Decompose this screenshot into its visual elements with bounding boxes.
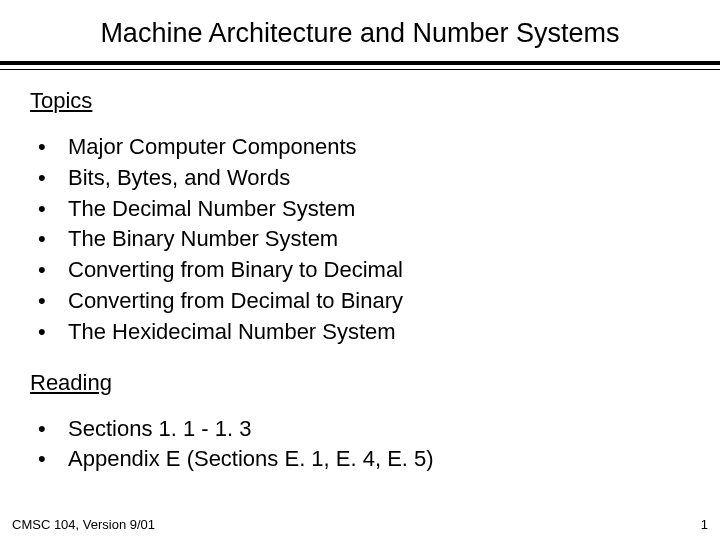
list-item: •The Binary Number System xyxy=(38,224,690,255)
bullet-icon: • xyxy=(38,132,68,163)
topic-text: Bits, Bytes, and Words xyxy=(68,163,290,194)
reading-text: Appendix E (Sections E. 1, E. 4, E. 5) xyxy=(68,444,434,475)
course-label: CMSC 104, Version 9/01 xyxy=(12,517,155,532)
topic-text: Converting from Decimal to Binary xyxy=(68,286,403,317)
page-number: 1 xyxy=(701,517,708,532)
reading-heading: Reading xyxy=(30,370,690,396)
topics-list: •Major Computer Components •Bits, Bytes,… xyxy=(30,132,690,348)
bullet-icon: • xyxy=(38,286,68,317)
list-item: •Major Computer Components xyxy=(38,132,690,163)
bullet-icon: • xyxy=(38,163,68,194)
bullet-icon: • xyxy=(38,317,68,348)
list-item: •Converting from Binary to Decimal xyxy=(38,255,690,286)
divider-thick xyxy=(0,61,720,65)
list-item: •Bits, Bytes, and Words xyxy=(38,163,690,194)
topics-heading: Topics xyxy=(30,88,690,114)
topic-text: The Decimal Number System xyxy=(68,194,355,225)
bullet-icon: • xyxy=(38,194,68,225)
reading-text: Sections 1. 1 - 1. 3 xyxy=(68,414,251,445)
footer: CMSC 104, Version 9/01 1 xyxy=(12,517,708,532)
topic-text: The Binary Number System xyxy=(68,224,338,255)
topic-text: Major Computer Components xyxy=(68,132,357,163)
bullet-icon: • xyxy=(38,255,68,286)
content-area: Topics •Major Computer Components •Bits,… xyxy=(0,70,720,475)
bullet-icon: • xyxy=(38,444,68,475)
topic-text: Converting from Binary to Decimal xyxy=(68,255,403,286)
reading-list: •Sections 1. 1 - 1. 3 •Appendix E (Secti… xyxy=(30,414,690,476)
list-item: •Sections 1. 1 - 1. 3 xyxy=(38,414,690,445)
list-item: •The Hexidecimal Number System xyxy=(38,317,690,348)
bullet-icon: • xyxy=(38,224,68,255)
list-item: •Appendix E (Sections E. 1, E. 4, E. 5) xyxy=(38,444,690,475)
slide-title: Machine Architecture and Number Systems xyxy=(0,0,720,61)
list-item: •The Decimal Number System xyxy=(38,194,690,225)
list-item: •Converting from Decimal to Binary xyxy=(38,286,690,317)
topic-text: The Hexidecimal Number System xyxy=(68,317,396,348)
bullet-icon: • xyxy=(38,414,68,445)
